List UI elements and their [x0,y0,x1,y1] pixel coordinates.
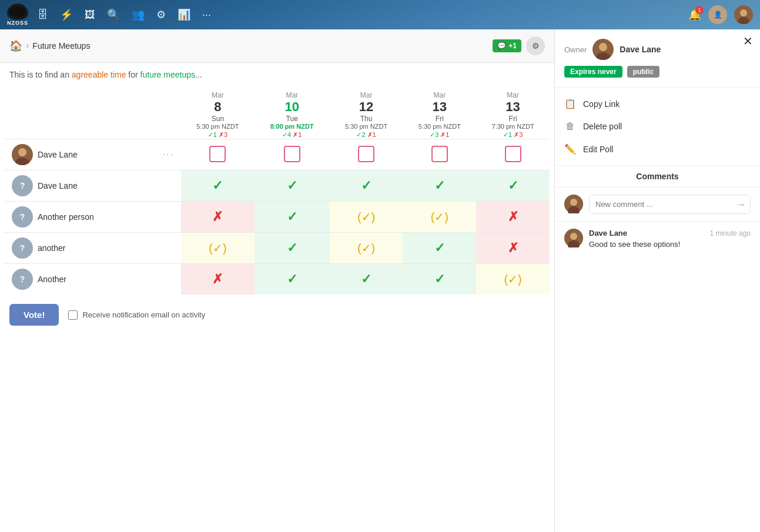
date-day-0: 8 [181,99,255,115]
vote-section: Vote! Receive notification email on acti… [0,295,554,335]
user-icon[interactable]: 👤 [708,5,727,24]
home-icon[interactable]: 🏠 [9,39,22,52]
vote-cell-1-0: ✓ [181,170,255,202]
vote-cell-1-1: ✓ [255,170,330,202]
nav-right: 🔔 1 👤 [688,5,753,24]
nav-more-icon[interactable]: ··· [202,9,211,21]
user-avatar-placeholder-2: ? [12,206,33,227]
vote-cell-0-0[interactable] [181,139,255,170]
right-panel: ✕ Owner Dave Lane Expires never public 📋… [554,29,760,532]
nav-files-icon[interactable]: 🗄 [38,9,48,21]
delete-poll-button[interactable]: 🗑 Delete poll [555,115,760,138]
maybe-icon-3-2: (✓) [357,242,375,255]
yes-icon-1-3: ✓ [434,178,445,193]
comment-input-avatar [564,195,583,213]
nav-people-icon[interactable]: 👥 [132,8,145,21]
notification-checkbox[interactable] [68,310,78,320]
copy-link-button[interactable]: 📋 Copy Link [555,92,760,115]
date-col-1: Mar 10 Tue 8:00 pm NZDT ✓4 ✗1 [255,91,330,139]
vote-checkbox-0-3[interactable] [431,146,448,162]
maybe-icon-4-4: (✓) [504,273,521,286]
yes-icon-4-2: ✓ [361,272,371,286]
breadcrumb-actions: 💬 +1 ⚙ [493,36,545,55]
breadcrumb-separator: › [26,41,29,51]
comment-time-0: 1 minute ago [710,229,751,237]
nav-search-icon[interactable]: 🔍 [107,8,120,21]
date-month-1: Mar [255,91,330,99]
poll-notification-badge[interactable]: 💬 +1 [493,39,521,52]
tags-row: Expires never public [564,66,751,78]
no-icon-3-4: ✗ [508,240,518,255]
user-row-header-3: ? another [5,233,181,263]
vote-cell-4-4: (✓) [476,264,550,295]
poll-settings-button[interactable]: ⚙ [526,36,545,55]
user-avatar[interactable] [734,5,753,24]
yes-count-2: ✓2 [356,131,365,138]
vote-cell-0-1[interactable] [255,139,330,170]
date-header-row: Mar 8 Sun 5:30 pm NZDT ✓1 ✗3 Mar 10 [5,91,550,139]
vote-cell-3-0: (✓) [181,233,255,264]
vote-checkbox-0-2[interactable] [358,146,374,162]
vote-counts-2: ✓2 ✗1 [330,131,403,139]
vote-button[interactable]: Vote! [9,304,59,326]
vote-cell-4-0: ✗ [181,264,255,295]
comments-section: Comments → Dave Lane 1 [555,166,760,532]
vote-counts-1: ✓4 ✗1 [255,131,330,139]
maybe-icon-3-0: (✓) [209,242,226,255]
user-cell-1: ? Dave Lane [5,170,181,202]
yes-count-0: ✓1 [208,131,217,138]
nav-activity-icon[interactable]: ⚡ [60,8,73,21]
nav-settings-icon[interactable]: ⚙ [156,8,166,21]
vote-cell-0-2[interactable] [330,139,403,170]
vote-checkbox-0-0[interactable] [209,146,226,162]
edit-poll-button[interactable]: ✏️ Edit Poll [555,138,760,160]
user-more-button-0[interactable]: ··· [163,149,174,160]
nav-analytics-icon[interactable]: 📊 [178,8,190,21]
date-month-2: Mar [330,91,403,99]
date-day-3: 13 [403,99,476,115]
user-avatar-0 [12,144,33,165]
vote-cell-0-4[interactable] [476,139,550,170]
comment-send-button[interactable]: → [735,198,746,210]
date-col-4: Mar 13 Fri 7:30 pm NZDT ✓1 ✗3 [476,91,550,139]
poll-description: This is to find an agreeable time for fu… [0,63,554,86]
top-navigation: NZOSS 🗄 ⚡ 🖼 🔍 👥 ⚙ 📊 ··· 🔔 1 👤 [0,0,760,29]
notification-count: 1 [695,6,704,14]
maybe-icon-2-3: (✓) [431,210,448,223]
comment-content-0: Dave Lane 1 minute ago Good to see these… [589,229,751,249]
no-icon-2-4: ✗ [508,209,518,224]
vote-cell-3-3: ✓ [403,233,476,264]
poll-badge-count: +1 [508,42,517,50]
vote-cell-1-3: ✓ [403,170,476,202]
yes-count-3: ✓3 [430,131,438,138]
comment-item: Dave Lane 1 minute ago Good to see these… [555,222,760,256]
notification-checkbox-label[interactable]: Receive notification email on activity [68,310,205,320]
vote-cell-2-3: (✓) [403,202,476,233]
user-avatar-placeholder-3: ? [12,237,33,259]
vote-cell-4-1: ✓ [255,264,330,295]
svg-point-11 [570,199,577,206]
comment-author-0: Dave Lane [589,229,627,237]
vote-checkbox-0-1[interactable] [284,146,300,162]
vote-cell-0-3[interactable] [403,139,476,170]
yes-icon-3-1: ✓ [287,240,297,255]
yes-icon-3-3: ✓ [434,240,445,255]
date-col-2: Mar 12 Thu 5:30 pm NZDT ✓2 ✗1 [330,91,403,139]
comment-input[interactable] [589,195,751,214]
vote-checkbox-0-4[interactable] [505,146,521,162]
edit-poll-icon: ✏️ [564,143,576,155]
user-row-header-1: ? Dave Lane [5,170,181,201]
nav-media-icon[interactable]: 🖼 [85,9,95,21]
date-weekday-4: Fri [476,115,550,123]
user-row-header-0: Dave Lane ··· [5,139,181,170]
date-time-1: 8:00 pm NZDT [255,123,330,130]
comment-text-0: Good to see these options! [589,240,751,249]
delete-poll-label: Delete poll [583,122,622,131]
yes-icon-4-3: ✓ [434,272,445,286]
logo[interactable]: NZOSS [7,4,28,26]
no-count-2: ✗1 [367,131,376,138]
vote-cell-2-1: ✓ [255,202,330,233]
close-button[interactable]: ✕ [743,34,753,48]
notifications[interactable]: 🔔 1 [688,8,701,21]
date-weekday-2: Thu [330,115,403,123]
